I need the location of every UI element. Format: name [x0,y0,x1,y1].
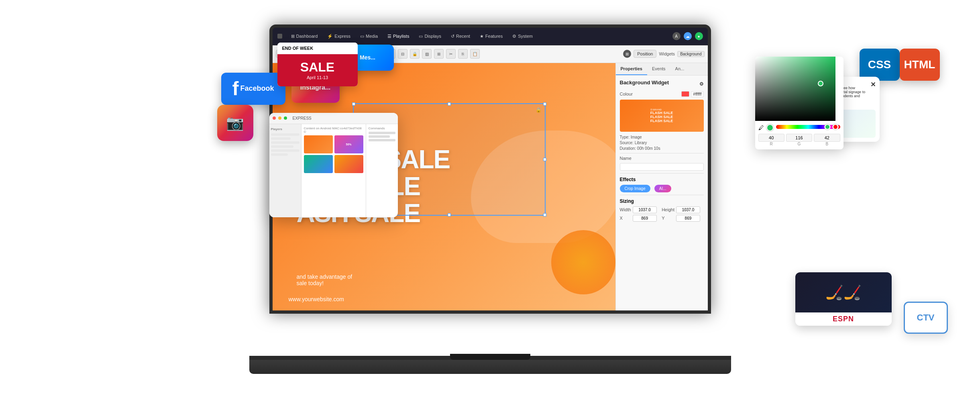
hue-bar[interactable] [776,125,840,129]
height-label: Height [662,207,674,212]
panel-settings-icon[interactable]: ⚙ [699,81,704,87]
nav-playlists[interactable]: ☰Playlists [383,32,413,41]
color-picker-panel: 🖊 40 R 116 G [755,57,843,149]
nav-features[interactable]: ★Features [476,32,507,41]
tab-events[interactable]: Events [647,63,670,75]
type-info: Type: Image [620,135,704,139]
width-label: Width [620,207,631,212]
b-label: B [814,142,840,146]
background-icon[interactable]: ▨ [422,49,432,59]
nav-media[interactable]: ▭Media [356,32,382,41]
color-gradient[interactable] [755,57,835,121]
facebook-card: f Facebook [221,73,285,105]
height-input[interactable] [676,206,700,213]
colour-swatch[interactable] [681,91,689,97]
ai-button[interactable]: AI... [654,185,671,192]
grid-icon[interactable]: ⊟ [398,49,407,59]
position-button[interactable]: Position [634,50,656,58]
source-info: Source: Library [620,141,704,145]
green-color-dot[interactable] [766,124,774,131]
r-label: R [758,142,784,146]
crop-image-button[interactable]: Crop Image [620,185,650,192]
colour-hex: #ffffff [691,91,703,97]
x-label: X [620,216,631,220]
sale-subtext: April 11-13 [284,75,351,80]
y-input[interactable] [676,215,700,222]
y-label: Y [662,216,674,220]
express-title: EXPRESS [293,116,312,120]
sale-card: END OF WEEK SALE April 11-13 [277,43,358,86]
panel-tabs: Properties Events An... [616,63,708,76]
background-tag: Background [677,51,704,57]
tagline1: and take advantage of [297,273,352,280]
paste-icon[interactable]: 📋 [470,49,480,59]
colour-label: Colour [620,92,633,96]
tab-properties[interactable]: Properties [616,63,647,75]
nav-dashboard[interactable]: ⊞Dashboard [287,32,322,41]
right-panel: Properties Events An... Background Widge… [615,63,708,310]
name-label: Name [620,156,632,161]
nav-express[interactable]: ⚡Express [323,32,355,41]
instagram-small-icon: 📷 [217,105,253,141]
r-value[interactable]: 40 [758,134,784,142]
ctv-text: CTV [917,312,935,323]
cut-icon[interactable]: ✂ [446,49,456,59]
duration-info: Duration: 00h 00m 10s [620,146,704,151]
nav-recent[interactable]: ↺Recent [447,32,474,41]
b-value[interactable]: 42 [814,134,840,142]
x-icon: ✕ [870,81,876,88]
laptop-notch [450,354,530,360]
g-label: G [786,142,812,146]
layout-icon[interactable]: ⊞ [434,49,444,59]
width-input[interactable] [633,206,657,213]
panel-preview: ⊡ BRAND FLASH SALE FLASH SALE FLASH SALE [620,100,704,132]
html-badge: HTML [900,49,940,81]
widgets-label: Widgets [659,51,675,56]
sale-card-header: END OF WEEK [277,43,358,54]
ctv-badge: CTV [904,302,948,334]
color-indicator [818,81,823,86]
sports-card: 🏒 🏒 ESPN [795,272,892,326]
tagline2: sale today! [297,280,352,286]
nav-system[interactable]: ⚙System [508,32,537,41]
sizing-title: Sizing [620,198,704,204]
name-input[interactable] [620,163,704,171]
eyedropper-icon[interactable]: 🖊 [758,125,764,131]
panel-section-title: Background Widget [620,80,669,86]
effects-title: Effects [620,177,704,182]
nav-displays[interactable]: ▭Displays [415,32,445,41]
tab-animation[interactable]: An... [670,63,689,75]
lock-icon[interactable]: 🔒 [410,49,420,59]
website-text: www.yourwebsite.com [289,296,344,302]
copy-icon[interactable]: ⎘ [458,49,468,59]
laptop-base [249,360,731,374]
x-input[interactable] [633,215,657,222]
g-value[interactable]: 116 [786,134,812,142]
css-badge: CSS [860,49,900,81]
sale-text: SALE [284,61,351,73]
express-app-card: EXPRESS Players Content on Android MAC:c… [269,113,398,217]
